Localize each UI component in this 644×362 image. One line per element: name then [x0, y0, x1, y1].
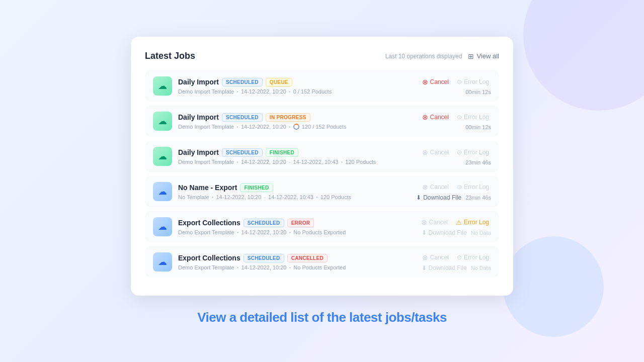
job-time: 00min 12s [465, 89, 491, 95]
bottom-action-row: 23min 46s [465, 159, 491, 165]
badge-finished: FINISHED [240, 184, 273, 192]
header-right: Last 10 operations displayed ⊞ View all [385, 52, 499, 60]
no-data-label: No Data [471, 230, 491, 236]
job-date: 14-12-2022, 10:20 [216, 194, 261, 200]
job-name: Daily Import [178, 78, 219, 86]
cancel-button[interactable]: ⊗Cancel [420, 77, 451, 87]
job-row: ☁Export CollectionsSCHEDULEDCANCELLEDDem… [145, 246, 499, 278]
badge-error: ERROR [287, 219, 314, 227]
bottom-action-row: 00min 12s [465, 89, 491, 95]
job-template: No Template [178, 194, 209, 200]
tagline: View a detailed list of the latest jobs/… [197, 310, 447, 325]
job-name: Daily Import [178, 148, 219, 156]
cancel-icon: ⊗ [422, 253, 428, 261]
job-meta: Demo Export Template•14-12-2022, 10:20•N… [178, 264, 405, 270]
cancel-label: Cancel [430, 149, 449, 156]
badge-scheduled: SCHEDULED [222, 78, 263, 86]
cancel-label: Cancel [430, 184, 449, 191]
errorlog-button: ⊙Error Log [455, 113, 491, 122]
badge-scheduled: SCHEDULED [222, 148, 263, 157]
job-type-icon: ☁ [153, 76, 172, 96]
cancel-button[interactable]: ⊗Cancel [420, 112, 451, 122]
job-type-icon: ☁ [153, 182, 172, 201]
no-data-label: No Data [471, 265, 491, 271]
errorlog-icon: ⊙ [457, 184, 462, 191]
cancel-icon: ⊗ [422, 148, 428, 156]
job-title-row: Export CollectionsSCHEDULEDCANCELLED [178, 254, 405, 262]
separator: • [289, 264, 291, 270]
download-file-button[interactable]: ⬇Download File [416, 194, 461, 201]
job-name: Export Collections [178, 254, 240, 262]
separator: • [289, 229, 291, 235]
errorlog-icon: ⊙ [457, 114, 462, 121]
job-template: Demo Import Template [178, 124, 234, 130]
errorlog-label: Error Log [464, 114, 489, 121]
job-date-end: 14-12-2022, 10:43 [268, 194, 313, 200]
errorlog-icon: ⊙ [457, 254, 462, 261]
separator: • [236, 124, 238, 130]
errorlog-icon: ⊙ [457, 149, 462, 156]
job-content: No Name - ExportFINISHEDNo Template•14-1… [178, 184, 405, 200]
bottom-action-row: ⬇Download FileNo Data [422, 229, 491, 236]
separator: • [212, 194, 214, 200]
job-title-row: No Name - ExportFINISHED [178, 184, 405, 192]
job-meta: Demo Import Template•14-12-2022, 10:20-1… [178, 159, 405, 165]
job-name: No Name - Export [178, 184, 237, 192]
job-progress: 0 / 152 Poducts [293, 88, 332, 95]
badge-cancelled: CANCELLED [287, 254, 328, 262]
card-header: Latest Jobs Last 10 operations displayed… [145, 51, 499, 61]
job-progress: 120 Poducts [345, 159, 376, 165]
job-actions: ⊗Cancel⊙Error Log00min 12s [411, 112, 491, 130]
separator: • [289, 124, 291, 130]
errorlog-label: Error Log [464, 254, 489, 261]
view-all-button[interactable]: ⊞ View all [468, 52, 499, 60]
latest-jobs-card: Latest Jobs Last 10 operations displayed… [131, 37, 513, 296]
errorlog-button: ⊙Error Log [455, 253, 491, 262]
badge-scheduled: SCHEDULED [244, 219, 284, 227]
job-actions: ⊗Cancel⊙Error Log⬇Download File23min 46s [411, 182, 491, 201]
last-ops-label: Last 10 operations displayed [385, 53, 462, 60]
job-template: Demo Import Template [178, 88, 234, 95]
job-actions: ⊗Cancel⊙Error Log23min 46s [411, 147, 491, 165]
job-title-row: Daily ImportSCHEDULEDIN PROGRESS [178, 113, 405, 122]
job-template: Demo Export Template [178, 264, 234, 270]
errorlog-button: ⊙Error Log [455, 77, 491, 86]
cancel-label: Cancel [430, 114, 449, 121]
download-icon: ⬇ [422, 229, 427, 236]
job-time: 00min 12s [465, 124, 491, 130]
errorlog-label: Error Log [464, 219, 489, 226]
job-meta: Demo Export Template•14-12-2022, 10:20•N… [178, 229, 405, 235]
separator: • [237, 229, 239, 235]
top-action-row: ⊗Cancel⊙Error Log [420, 77, 491, 87]
job-content: Export CollectionsSCHEDULEDCANCELLEDDemo… [178, 254, 405, 270]
cancel-icon: ⊗ [422, 113, 428, 121]
job-date: 14-12-2022, 10:20 [242, 229, 287, 235]
job-type-icon: ☁ [153, 217, 172, 236]
job-date: 14-12-2022, 10:20 [242, 264, 287, 270]
job-row: ☁Daily ImportSCHEDULEDFINISHEDDemo Impor… [145, 141, 499, 172]
job-date: 14-12-2022, 10:20 [241, 124, 286, 130]
job-type-icon: ☁ [153, 112, 172, 131]
errorlog-button: ⊙Error Log [455, 148, 491, 157]
download-file-button: ⬇Download File [422, 264, 467, 272]
job-row: ☁No Name - ExportFINISHEDNo Template•14-… [145, 176, 499, 207]
cancel-icon: ⊗ [422, 183, 428, 191]
bottom-action-row: ⬇Download File23min 46s [416, 194, 491, 201]
download-label: Download File [423, 194, 461, 201]
errorlog-icon: ⊙ [457, 78, 462, 85]
job-time: 23min 46s [465, 195, 491, 201]
separator: • [341, 159, 343, 165]
background-decoration-1 [523, 0, 644, 111]
separator: • [237, 264, 239, 270]
job-progress: No Poducts Exported [293, 229, 346, 235]
job-date: 14-12-2022, 10:20 [241, 159, 286, 165]
cancel-button: ⊗Cancel [420, 182, 451, 192]
job-title-row: Daily ImportSCHEDULEDQUEUE [178, 78, 405, 86]
errorlog-button[interactable]: ⚠Error Log [454, 218, 491, 227]
job-name: Daily Import [178, 113, 219, 121]
download-label: Download File [429, 264, 467, 272]
download-file-button: ⬇Download File [422, 229, 467, 236]
job-progress: 120 Poducts [320, 194, 351, 200]
job-date-end: 14-12-2022, 10:43 [293, 159, 339, 165]
top-action-row: ⊗Cancel⊙Error Log [420, 252, 491, 262]
